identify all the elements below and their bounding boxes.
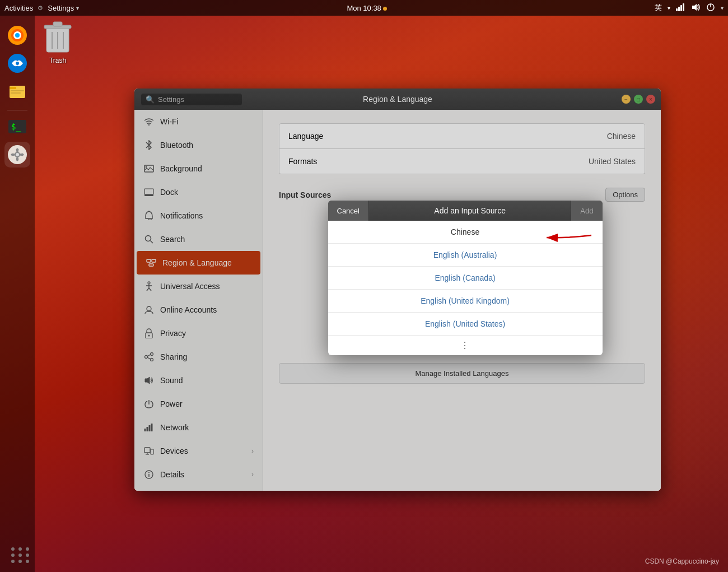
svg-rect-1 [678, 7, 680, 11]
volume-icon[interactable] [692, 3, 701, 13]
dock-terminal[interactable]: $_ [4, 114, 30, 139]
dialog-item-english-au[interactable]: English (Australia) [328, 244, 603, 267]
dialog-titlebar: Cancel Add an Input Source Add [328, 201, 603, 221]
svg-marker-4 [692, 4, 697, 11]
dialog-item-chinese[interactable]: Chinese [328, 221, 603, 244]
dock-thunderbird[interactable] [4, 50, 30, 76]
network-status-icon[interactable] [676, 3, 686, 13]
svg-rect-15 [11, 92, 21, 94]
trash-icon [42, 20, 73, 54]
activities-button[interactable]: Activities [4, 4, 33, 12]
desktop-trash[interactable]: Trash [42, 20, 73, 64]
dialog-item-english-us[interactable]: English (United States) [328, 313, 603, 336]
dock-files[interactable] [4, 78, 30, 104]
svg-point-9 [15, 33, 20, 38]
svg-rect-0 [676, 8, 678, 11]
trash-label: Trash [49, 57, 66, 64]
dock-divider [7, 110, 27, 110]
topbar-datetime: Mon 10:38 [79, 4, 655, 12]
topbar-dropdown-icon: ▾ [668, 5, 670, 11]
svg-rect-31 [53, 22, 62, 26]
dialog-cancel-button[interactable]: Cancel [328, 201, 369, 221]
watermark: CSDN @Cappuccino-jay [645, 557, 719, 565]
main-content: Language Chinese Formats United States I… [263, 110, 661, 491]
modal-overlay: Cancel Add an Input Source Add [134, 89, 661, 491]
dialog-list: Chinese English (Australia) English (Can… [328, 221, 603, 355]
lang-indicator[interactable]: 英 [655, 3, 662, 13]
more-items-indicator: ⋮ [328, 336, 603, 355]
dock: $_ [0, 16, 35, 572]
dialog-title: Add an Input Source [369, 206, 571, 215]
svg-rect-3 [683, 3, 684, 11]
svg-point-11 [16, 62, 19, 65]
notification-dot [383, 7, 387, 11]
dock-settings[interactable] [4, 142, 30, 168]
settings-window: 🔍 Settings Region & Language − □ × [134, 89, 661, 491]
svg-rect-13 [10, 87, 16, 89]
svg-point-20 [16, 153, 19, 156]
topbar-power-dropdown: ▾ [721, 5, 724, 11]
dialog-item-english-uk[interactable]: English (United Kingdom) [328, 290, 603, 313]
svg-text:$_: $_ [11, 122, 21, 132]
svg-rect-14 [11, 90, 24, 91]
dialog-item-english-ca[interactable]: English (Canada) [328, 267, 603, 290]
dialog-add-button[interactable]: Add [571, 201, 602, 221]
window-body: Wi-Fi Bluetooth [134, 110, 661, 491]
svg-rect-2 [680, 5, 682, 11]
add-input-dialog: Cancel Add an Input Source Add [328, 201, 603, 355]
settings-menu[interactable]: Settings ▾ [48, 4, 79, 12]
topbar: Activities ⚙ Settings ▾ Mon 10:38 英 ▾ ▾ [0, 0, 728, 16]
power-icon[interactable] [706, 3, 715, 13]
dock-firefox[interactable] [4, 22, 30, 48]
